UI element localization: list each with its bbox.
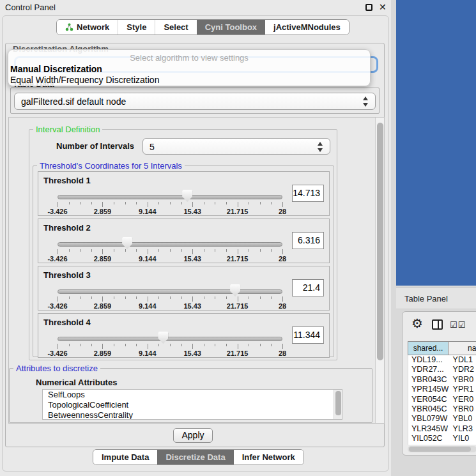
table-row[interactable]: YIL052CYIL0 <box>408 434 476 443</box>
tick-label: 21.715 <box>227 302 249 310</box>
table-cell: YBR0 <box>450 404 476 414</box>
table-row[interactable]: YER054CYER0 <box>408 395 476 404</box>
spinner-arrows-icon <box>318 141 323 153</box>
table-row[interactable]: YPR145WYPR1 <box>408 385 476 394</box>
threshold-4-row: Threshold 4 -3.4262.8599.14415.4321.7152… <box>38 313 330 358</box>
apply-button[interactable]: Apply <box>173 428 213 443</box>
attribute-list-item[interactable]: TopologicalCoefficient <box>43 400 342 410</box>
tab-discretize-data-label: Discretize Data <box>165 452 225 462</box>
threshold-1-row: Threshold 1 -3.4262.8599.14415.4321.7152… <box>38 171 330 216</box>
control-panel-tabbar: Network Style Select Cyni Toolbox jActiv… <box>56 19 349 35</box>
algorithm-option-equal-width[interactable]: Equal Width/Frequency Discretization <box>10 75 159 85</box>
tab-discretize-data[interactable]: Discretize Data <box>157 450 233 464</box>
table-cell: YBR045C <box>408 404 450 414</box>
table-cell: YDR2 <box>450 365 476 374</box>
table-cell: YLR3 <box>450 424 476 434</box>
tab-network[interactable]: Network <box>57 20 118 35</box>
threshold-1-slider[interactable] <box>58 195 282 199</box>
vertical-scrollbar[interactable] <box>375 118 384 423</box>
attribute-list-item[interactable]: BetweennessCentrality <box>43 410 342 420</box>
threshold-2-slider-thumb[interactable] <box>122 237 132 249</box>
columns-icon[interactable] <box>432 319 443 330</box>
table-data-group: galFiltered.sif default node <box>10 88 380 114</box>
tab-jactivemnodules[interactable]: jActiveMNodules <box>265 20 349 35</box>
gear-icon[interactable]: ⚙ <box>411 317 423 330</box>
tick-label: 9.144 <box>139 302 157 310</box>
threshold-4-slider[interactable] <box>58 337 282 341</box>
interval-definition-group: Interval Definition Number of Intervals … <box>29 129 337 360</box>
interval-definition-title: Interval Definition <box>33 125 102 134</box>
table-panel-title: Table Panel <box>404 294 448 303</box>
table-row[interactable]: YDL19...YDL1 <box>408 355 476 365</box>
threshold-1-value-field[interactable]: 14.713 <box>292 185 324 202</box>
table-data-combobox[interactable]: galFiltered.sif default node <box>14 93 376 110</box>
attribute-list-item[interactable]: SelfLoops <box>43 390 342 400</box>
table-cell: YBR043C <box>408 375 450 385</box>
threshold-4-ticks <box>58 344 282 349</box>
tick-label: 2.859 <box>94 208 112 215</box>
vertical-scrollbar-thumb[interactable] <box>377 123 383 360</box>
table-row[interactable]: YBR043CYBR0 <box>408 375 476 385</box>
tick-label: 15.43 <box>183 302 201 310</box>
table-cell: YBL0 <box>450 414 476 424</box>
tick-label: 9.144 <box>139 208 157 215</box>
threshold-3-value-field[interactable]: 21.4 <box>292 279 324 296</box>
application-window: Control Panel ✕ Network Style Select Cyn… <box>0 0 476 476</box>
column-header-shared-name[interactable]: shared... <box>408 341 449 355</box>
horizontal-scrollbar[interactable] <box>408 446 476 452</box>
tick-label: 15.43 <box>183 349 201 357</box>
table-panel-header: Table Panel <box>396 288 476 309</box>
table-cell: YPR145W <box>408 385 450 394</box>
algorithm-dropdown-popup: Select algorithm to view settings Manual… <box>8 49 371 86</box>
threshold-3-slider-thumb[interactable] <box>230 284 240 296</box>
control-panel-title: Control Panel <box>5 3 56 12</box>
horizontal-scrollbar-thumb[interactable] <box>409 447 471 452</box>
table-row[interactable]: YDR27...YDR2 <box>408 365 476 374</box>
float-window-icon[interactable] <box>365 4 372 11</box>
table-cell: YER054C <box>408 395 450 404</box>
threshold-3-tick-labels: -3.4262.8599.14415.4321.71528 <box>58 302 282 310</box>
tab-infer-network[interactable]: Infer Network <box>234 450 303 464</box>
threshold-4-slider-thumb[interactable] <box>158 332 168 344</box>
tick-label: 2.859 <box>94 255 112 263</box>
tab-cyni-toolbox-label: Cyni Toolbox <box>205 22 257 32</box>
attributes-group-title: Attributes to discretize <box>13 364 100 373</box>
threshold-1-slider-thumb[interactable] <box>182 190 192 202</box>
tab-style[interactable]: Style <box>118 20 155 35</box>
number-of-intervals-label: Number of Intervals <box>56 141 134 151</box>
tick-label: 28 <box>279 302 286 310</box>
threshold-4-label: Threshold 4 <box>43 318 91 327</box>
table-cell: YDL19... <box>408 355 450 365</box>
table-cell: YDL1 <box>450 355 476 365</box>
table-cell: YDR27... <box>408 365 450 374</box>
attributes-scrollbar-thumb[interactable] <box>335 391 341 415</box>
tick-label: 28 <box>279 208 286 215</box>
tick-label: 2.859 <box>94 349 112 357</box>
threshold-4-value-field[interactable]: 11.344 <box>292 326 324 344</box>
tab-impute-data[interactable]: Impute Data <box>93 450 157 464</box>
close-icon[interactable]: ✕ <box>379 2 387 12</box>
threshold-3-row: Threshold 3 -3.4262.8599.14415.4321.7152… <box>38 266 330 311</box>
network-view-frame: GAL80GCGAL11GAL4GCY1HHAP2 <box>396 0 476 286</box>
table-row[interactable]: YBR045CYBR0 <box>408 404 476 414</box>
table-header-row: shared... name <box>408 341 476 355</box>
number-of-intervals-spinner[interactable]: 5 <box>142 138 330 155</box>
tab-select[interactable]: Select <box>155 20 196 35</box>
threshold-2-value-field[interactable]: 6.316 <box>292 232 324 249</box>
tab-cyni-toolbox[interactable]: Cyni Toolbox <box>197 20 265 35</box>
select-columns-checkboxes-icon[interactable]: ☑☑ <box>450 320 466 330</box>
tick-label: 15.43 <box>183 208 201 215</box>
algorithm-option-manual[interactable]: Manual Discretization <box>10 64 102 74</box>
control-panel-titlebar: Control Panel ✕ <box>0 0 391 14</box>
column-header-name[interactable]: name <box>448 341 476 355</box>
table-row[interactable]: YLR345WYLR3 <box>408 424 476 434</box>
threshold-2-slider[interactable] <box>58 242 282 247</box>
table-row[interactable]: YBL079WYBL0 <box>408 414 476 424</box>
threshold-3-slider[interactable] <box>58 289 282 294</box>
threshold-3-ticks <box>58 296 282 302</box>
attributes-scrollbar[interactable] <box>334 390 342 420</box>
tab-jactivemnodules-label: jActiveMNodules <box>273 22 341 32</box>
tick-label: 9.144 <box>139 255 157 263</box>
table-body: YDL19...YDL1YDR27...YDR2YBR043CYBR0YPR14… <box>408 355 476 445</box>
tick-label: -3.426 <box>47 255 67 263</box>
